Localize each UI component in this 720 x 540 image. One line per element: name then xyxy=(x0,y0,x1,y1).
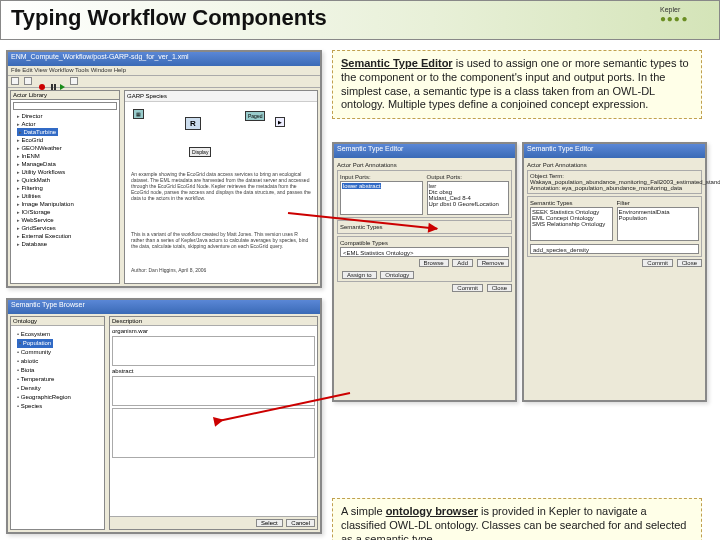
commit-button[interactable]: Commit xyxy=(642,259,673,267)
ontology-field[interactable]: <EML Statistics Ontology> xyxy=(340,247,509,257)
canvas-description: This is a variant of the workflow create… xyxy=(131,231,311,249)
detail-list[interactable] xyxy=(112,376,315,406)
display-actor-node[interactable]: Display xyxy=(189,147,211,157)
close-button[interactable]: Close xyxy=(487,284,512,292)
annotation-label: Annotation: xyxy=(530,185,560,191)
tree-header: Ontology xyxy=(11,317,104,326)
window-titlebar: Semantic Type Editor xyxy=(524,144,705,158)
detail-item: organism.war xyxy=(112,328,315,334)
toolbar-button[interactable] xyxy=(70,77,78,85)
menu-bar[interactable]: File Edit View Workflow Tools Window Hel… xyxy=(8,66,320,76)
tree-item[interactable]: IO/Storage xyxy=(17,208,119,216)
kepler-logo: Kepler xyxy=(660,6,710,36)
kepler-main-window: ENM_Compute_Workflow/post-GARP-sdg_for_v… xyxy=(6,50,322,288)
assign-button[interactable]: Assign to xyxy=(342,271,377,279)
workflow-canvas[interactable]: GARP Species ▦ R Paged Display ▶ An exam… xyxy=(124,90,318,284)
toolbar[interactable] xyxy=(8,76,320,88)
list-item[interactable]: SMS Relationship Ontology xyxy=(532,221,611,227)
tree-item[interactable]: Director xyxy=(17,112,119,120)
browse-button[interactable]: Browse xyxy=(419,259,449,267)
filter-list[interactable]: EnvironmentalData Population xyxy=(617,207,700,241)
tree-tab[interactable]: Actor Library xyxy=(11,91,119,100)
class-item[interactable]: GeographicRegion xyxy=(17,393,102,402)
ontology-field-label: Compatible Types xyxy=(340,240,509,246)
tree-item[interactable]: GEONWeather xyxy=(17,144,119,152)
window-titlebar: Semantic Type Browser xyxy=(8,300,320,314)
types-header: Semantic Types xyxy=(530,200,613,206)
actor-tree[interactable]: Director Actor DataTurbine EcoGrid GEONW… xyxy=(11,112,119,248)
slide-title: Typing Workflow Components xyxy=(11,5,709,31)
tree-item-selected[interactable]: DataTurbine xyxy=(17,128,58,136)
tree-item[interactable]: EcoGrid xyxy=(17,136,119,144)
semantic-type-editor-window: Semantic Type Editor Actor Port Annotati… xyxy=(522,142,707,402)
list-item[interactable]: Population xyxy=(619,215,698,221)
output-ports-label: Output Ports: xyxy=(427,174,510,180)
list-item[interactable]: lower abstract xyxy=(342,183,381,189)
class-item-selected[interactable]: Population xyxy=(17,339,53,348)
toolbar-button[interactable] xyxy=(24,77,32,85)
class-item[interactable]: Species xyxy=(17,402,102,411)
semantic-type-editor-window: Semantic Type Editor Actor Port Annotati… xyxy=(332,142,517,402)
input-ports-label: Input Ports: xyxy=(340,174,423,180)
search-input[interactable] xyxy=(13,102,117,110)
add-button[interactable]: Add xyxy=(452,259,473,267)
tree-item[interactable]: Image Manipulation xyxy=(17,200,119,208)
toolbar-button[interactable] xyxy=(11,77,19,85)
tree-item[interactable]: Utility Workflows xyxy=(17,168,119,176)
tree-item[interactable]: ManageData xyxy=(17,160,119,168)
actor-node[interactable]: ▶ xyxy=(275,117,285,127)
type-field[interactable]: add_species_density xyxy=(530,244,699,254)
class-item[interactable]: Community xyxy=(17,348,102,357)
output-ports-list[interactable]: lwr Dtc obsg Midast_Ced 8-4 Upr dbst 0 G… xyxy=(427,181,510,215)
class-item[interactable]: abiotic xyxy=(17,357,102,366)
detail-list[interactable] xyxy=(112,408,315,458)
tree-item[interactable]: Utilities xyxy=(17,192,119,200)
input-ports-list[interactable]: lower abstract xyxy=(340,181,423,215)
callout-ontology-browser: A simple ontology browser is provided in… xyxy=(332,498,702,540)
actor-node[interactable]: Paged xyxy=(245,111,265,121)
canvas-header: GARP Species xyxy=(125,91,317,102)
tab-label[interactable]: Actor Port Annotations xyxy=(337,162,512,168)
list-item[interactable]: Upr dbst 0 GeorefLocation xyxy=(429,201,508,207)
canvas-author: Author: Dan Higgins, April 8, 2006 xyxy=(131,267,311,273)
tree-item[interactable]: Filtering xyxy=(17,184,119,192)
tree-item[interactable]: Database xyxy=(17,240,119,248)
filter-header: Filter xyxy=(617,200,700,206)
class-item[interactable]: Biota xyxy=(17,366,102,375)
tree-item[interactable]: QuickMath xyxy=(17,176,119,184)
tree-item[interactable]: Actor xyxy=(17,120,119,128)
actor-tree-pane[interactable]: Actor Library Director Actor DataTurbine… xyxy=(10,90,120,284)
tree-item[interactable]: GridServices xyxy=(17,224,119,232)
actor-node[interactable]: ▦ xyxy=(133,109,144,119)
window-titlebar: Semantic Type Editor xyxy=(334,144,515,158)
class-item[interactable]: Density xyxy=(17,384,102,393)
slide-title-bar: Typing Workflow Components xyxy=(0,0,720,40)
tree-item[interactable]: InENM xyxy=(17,152,119,160)
detail-list[interactable] xyxy=(112,336,315,366)
commit-button[interactable]: Commit xyxy=(452,284,483,292)
tab-label[interactable]: Actor Port Annotations xyxy=(527,162,702,168)
window-titlebar: ENM_Compute_Workflow/post-GARP-sdg_for_v… xyxy=(8,52,320,66)
ontology-class-tree[interactable]: Ontology Ecosystem Population Community … xyxy=(10,316,105,530)
ontology-list[interactable]: SEEK Statistics Ontology EML Concept Ont… xyxy=(530,207,613,241)
canvas-description: An example showing the EcoGrid data acce… xyxy=(131,171,311,201)
ontology-browser-window: Semantic Type Browser Ontology Ecosystem… xyxy=(6,298,322,534)
detail-header: Description xyxy=(110,317,317,326)
callout-semantic-type-editor: Semantic Type Editor is used to assign o… xyxy=(332,50,702,119)
r-actor-node[interactable]: R xyxy=(185,117,201,130)
tree-item[interactable]: WebService xyxy=(17,216,119,224)
remove-button[interactable]: Remove xyxy=(477,259,509,267)
close-button[interactable]: Close xyxy=(677,259,702,267)
class-item[interactable]: Ecosystem xyxy=(17,330,102,339)
annotation-value: eya_population_abundance_monitoring_data xyxy=(562,185,682,191)
cancel-button[interactable]: Cancel xyxy=(286,519,315,527)
class-item[interactable]: Temperature xyxy=(17,375,102,384)
detail-item: abstract xyxy=(112,368,315,374)
ontology-button[interactable]: Ontology xyxy=(380,271,414,279)
tree-item[interactable]: External Execution xyxy=(17,232,119,240)
select-button[interactable]: Select xyxy=(256,519,283,527)
